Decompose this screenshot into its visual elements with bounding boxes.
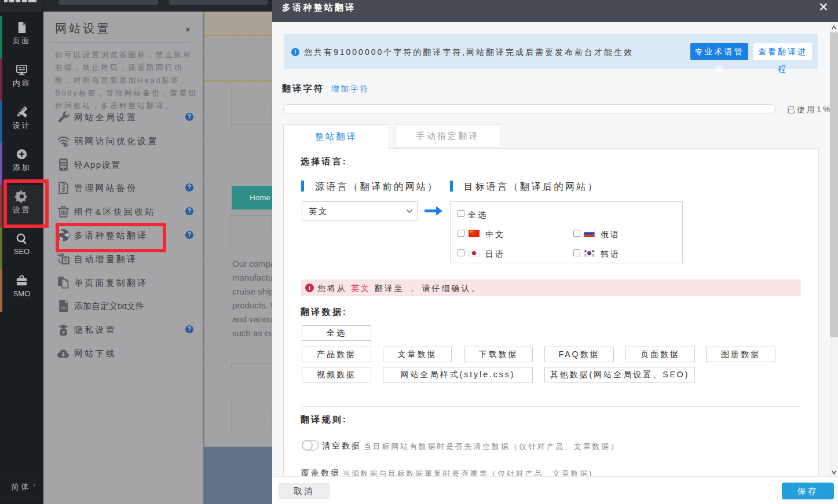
svg-text:APP: APP — [60, 162, 67, 165]
svg-text:TXT: TXT — [60, 306, 67, 310]
